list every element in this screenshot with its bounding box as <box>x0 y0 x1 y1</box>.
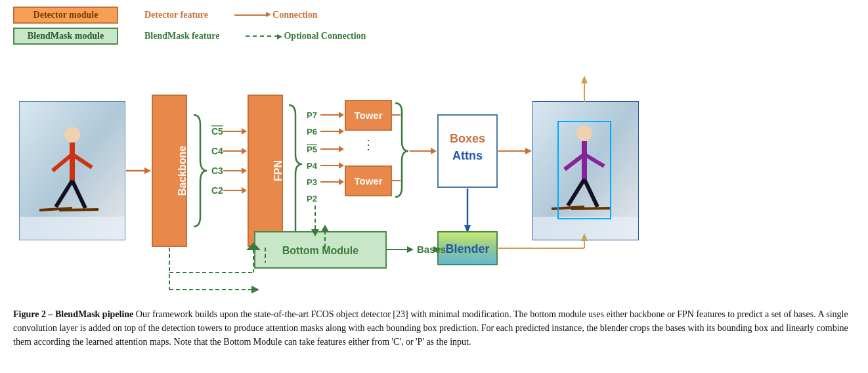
svg-text:FPN: FPN <box>272 160 284 181</box>
legend-row-1: Detector module Detector feature Connect… <box>13 7 855 24</box>
svg-marker-22 <box>242 148 247 154</box>
diagram-svg: Backbone C5 C4 C3 C2 FPN P7 P6 P5 P4 P3 <box>13 53 855 302</box>
dashed-line-icon <box>246 35 278 37</box>
svg-text:Bottom Module: Bottom Module <box>282 245 359 256</box>
svg-point-63 <box>576 125 592 141</box>
svg-line-67 <box>568 179 584 206</box>
svg-marker-26 <box>242 187 247 194</box>
svg-line-4 <box>53 154 72 171</box>
figure-caption: Figure 2 – BlendMask pipeline Our framew… <box>13 307 855 349</box>
svg-text:C5: C5 <box>211 126 223 137</box>
solid-line-icon <box>234 14 267 16</box>
svg-marker-24 <box>242 167 247 174</box>
connection-label: Connection <box>272 10 317 20</box>
svg-text:Attns: Attns <box>452 149 483 162</box>
svg-text:P5: P5 <box>307 144 317 154</box>
svg-line-9 <box>59 209 98 210</box>
legend-row-2: BlendMask module BlendMask feature Optio… <box>13 28 855 45</box>
svg-text:Boxes: Boxes <box>450 132 485 145</box>
svg-line-7 <box>72 181 85 208</box>
svg-marker-20 <box>242 128 247 135</box>
svg-marker-91 <box>407 246 414 253</box>
svg-line-69 <box>552 207 584 209</box>
svg-marker-99 <box>311 229 319 236</box>
svg-text:Blender: Blender <box>445 242 489 255</box>
svg-marker-82 <box>246 242 261 250</box>
svg-rect-75 <box>438 232 497 265</box>
diagram: Backbone C5 C4 C3 C2 FPN P7 P6 P5 P4 P3 <box>13 53 855 302</box>
figure-label: Figure 2 – <box>13 309 53 319</box>
svg-marker-38 <box>339 128 344 135</box>
svg-marker-94 <box>433 246 441 253</box>
svg-text:P7: P7 <box>307 110 317 120</box>
svg-rect-45 <box>345 100 391 130</box>
svg-line-68 <box>584 179 597 207</box>
figure-title: BlendMask pipeline <box>55 309 133 319</box>
svg-line-8 <box>39 208 72 210</box>
svg-text:C2: C2 <box>211 185 223 196</box>
svg-line-70 <box>571 208 611 209</box>
legend: Detector module Detector feature Connect… <box>13 7 855 45</box>
svg-rect-54 <box>438 115 497 187</box>
svg-rect-71 <box>533 217 638 240</box>
svg-text:P2: P2 <box>307 194 317 204</box>
svg-text:Tower: Tower <box>354 175 382 186</box>
svg-marker-97 <box>581 233 588 241</box>
svg-text:P6: P6 <box>307 127 317 137</box>
svg-text:Tower: Tower <box>354 110 382 121</box>
svg-marker-53 <box>431 148 437 154</box>
svg-text:P3: P3 <box>307 177 317 187</box>
svg-marker-74 <box>581 76 588 83</box>
svg-line-6 <box>56 181 72 207</box>
svg-rect-13 <box>152 95 186 246</box>
svg-marker-89 <box>321 225 329 232</box>
blendmask-module-legend: BlendMask module <box>13 28 118 45</box>
detector-feature-legend: Detector feature <box>144 10 208 20</box>
svg-text:C4: C4 <box>211 146 223 156</box>
optional-connection-label: Optional Connection <box>284 31 366 41</box>
svg-marker-42 <box>339 162 344 169</box>
svg-text:Backbone: Backbone <box>177 146 188 196</box>
svg-rect-27 <box>248 95 282 246</box>
svg-marker-40 <box>339 146 344 152</box>
svg-rect-72 <box>558 121 611 219</box>
svg-text:C3: C3 <box>211 165 223 176</box>
svg-line-5 <box>72 154 92 167</box>
connection-legend: Connection <box>234 10 317 20</box>
svg-marker-58 <box>525 148 532 154</box>
svg-marker-36 <box>339 112 344 118</box>
svg-text:Bases: Bases <box>417 244 446 255</box>
svg-rect-61 <box>533 102 638 240</box>
blendmask-feature-legend: BlendMask feature <box>144 31 219 41</box>
svg-marker-86 <box>251 286 259 294</box>
svg-marker-44 <box>339 179 344 185</box>
svg-marker-12 <box>144 167 151 174</box>
svg-point-2 <box>64 127 80 143</box>
svg-rect-77 <box>255 232 386 268</box>
svg-rect-62 <box>533 102 638 240</box>
optional-connection-legend: Optional Connection <box>246 31 366 41</box>
svg-line-65 <box>565 154 584 169</box>
blendmask-feature-label: BlendMask feature <box>144 31 219 41</box>
svg-line-66 <box>584 154 604 166</box>
svg-text:⋮: ⋮ <box>362 137 375 152</box>
detector-module-legend: Detector module <box>13 7 118 24</box>
svg-rect-10 <box>20 217 125 240</box>
svg-rect-1 <box>20 102 125 240</box>
svg-marker-60 <box>464 225 471 233</box>
svg-rect-0 <box>20 102 125 240</box>
caption-text: Our framework builds upon the state-of-t… <box>13 309 848 347</box>
svg-text:P4: P4 <box>307 161 318 171</box>
detector-feature-label: Detector feature <box>144 10 208 20</box>
svg-rect-47 <box>345 166 391 196</box>
